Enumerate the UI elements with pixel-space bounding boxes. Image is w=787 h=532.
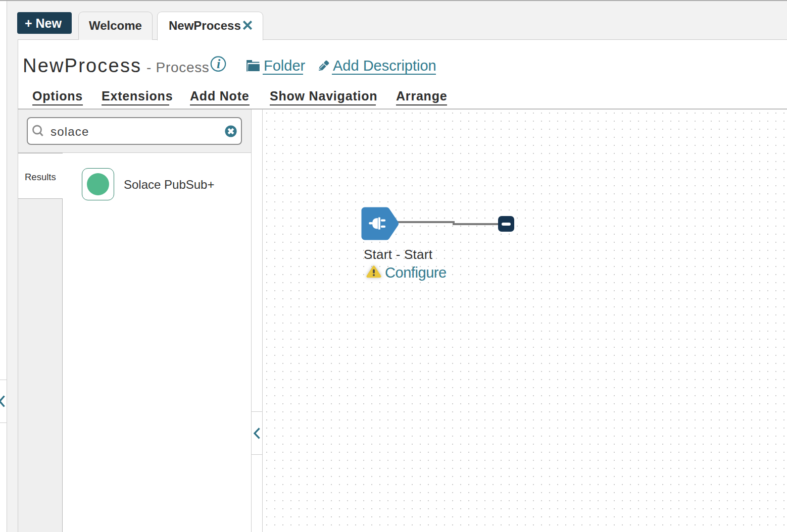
svg-text:i: i: [217, 57, 221, 71]
